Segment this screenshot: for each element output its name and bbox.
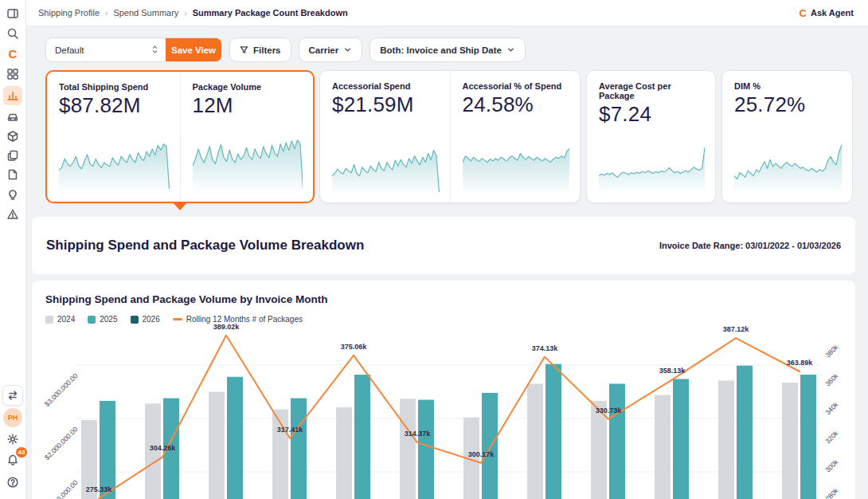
sparkline-total-shipping-spend <box>59 132 170 194</box>
line-label-m11: 387.12k <box>723 325 750 333</box>
lightbulb-icon[interactable] <box>6 188 20 202</box>
y-left-tick: $3,000,000.00 <box>43 371 80 408</box>
line-label-m9: 330.73k <box>596 407 623 415</box>
kpi-card-avg-cost[interactable]: Average Cost per Package $7.24 <box>586 70 716 203</box>
bar-2024-m8[interactable] <box>527 383 543 499</box>
breadcrumb-separator: › <box>184 9 186 18</box>
kpi-label: Average Cost per Package <box>599 81 705 100</box>
dashboard-grid-icon[interactable] <box>6 67 20 81</box>
top-header: Shipping Profile › Spend Summary › Summa… <box>26 0 868 26</box>
swap-panels-icon[interactable] <box>2 385 23 406</box>
line-label-m8: 374.13k <box>532 344 559 352</box>
section-title: Shipping Spend and Package Volume Breakd… <box>46 238 364 253</box>
ask-agent-label: Ask Agent <box>811 8 854 18</box>
save-view-button[interactable]: Save View <box>166 38 221 61</box>
kpi-card-accessorial[interactable]: Accessorial Spend $21.59M Accessorial % … <box>319 70 581 203</box>
bar-2024-m5[interactable] <box>336 407 352 499</box>
sidebar: C PH 43 <box>0 0 26 499</box>
funnel-icon <box>240 45 248 54</box>
chevron-down-icon <box>506 45 515 54</box>
line-label-m10: 358.13k <box>659 367 686 375</box>
bar-2025-m4[interactable] <box>291 399 307 499</box>
kpi-accessorial-pct: Accessorial % of Spend 24.58% <box>450 71 581 202</box>
bar-2024-m12[interactable] <box>782 383 798 499</box>
bar-2025-m9[interactable] <box>609 383 625 499</box>
filter-toolbar: Default Save View Filters Carrier Both: … <box>45 37 526 62</box>
bar-2025-m12[interactable] <box>800 375 816 499</box>
sparkline-avg-cost <box>599 132 705 194</box>
kpi-value: $87.82M <box>59 93 170 118</box>
warning-triangle-icon[interactable] <box>6 207 20 222</box>
vehicle-icon[interactable] <box>6 110 20 124</box>
bar-2025-m11[interactable] <box>737 366 753 499</box>
sparkline-package-volume <box>193 132 303 194</box>
date-mode-label: Both: Invoice and Ship Date <box>380 45 502 55</box>
breadcrumb-separator: › <box>105 9 108 18</box>
kpi-label: Accessorial Spend <box>332 81 440 91</box>
y-right-tick: 360k <box>823 371 840 388</box>
kpi-value: $7.24 <box>599 102 705 127</box>
select-stepper-icon <box>151 45 158 56</box>
breadcrumb-item[interactable]: Spend Summary <box>113 8 178 18</box>
kpi-card-dim-pct[interactable]: DIM % 25.72% <box>721 70 853 203</box>
kpi-label: Total Shipping Spend <box>59 82 170 92</box>
carrier-dropdown[interactable]: Carrier <box>299 37 363 62</box>
main-chart-plot: $3,000,000.00$2,000,000.00$1,000,000.003… <box>32 281 855 499</box>
breadcrumb-current: Summary Package Count Breakdown <box>193 8 348 18</box>
package-icon[interactable] <box>6 129 20 143</box>
bar-2024-m11[interactable] <box>718 380 734 499</box>
notifications-bell-icon[interactable]: 43 <box>6 453 20 467</box>
saved-view-value: Default <box>55 45 84 55</box>
line-label-m7: 300.17k <box>468 450 495 458</box>
date-mode-dropdown[interactable]: Both: Invoice and Ship Date <box>369 37 526 62</box>
sparkline-dim-pct <box>734 132 842 194</box>
settings-gear-icon[interactable] <box>6 432 20 446</box>
chart-card: Shipping Spend and Package Volume by Inv… <box>32 281 855 499</box>
kpi-label: Accessorial % of Spend <box>463 81 570 91</box>
sidebar-collapse-icon[interactable] <box>6 6 20 21</box>
bar-2025-m8[interactable] <box>545 364 561 499</box>
analytics-bar-chart-icon[interactable] <box>3 86 22 105</box>
bar-2025-m6[interactable] <box>418 400 434 499</box>
breadcrumb-item[interactable]: Shipping Profile <box>38 8 100 18</box>
app-root: C PH 43 <box>0 0 868 499</box>
bar-2025-m1[interactable] <box>100 401 115 499</box>
saved-view-select[interactable]: Default <box>46 38 166 61</box>
filters-button[interactable]: Filters <box>229 37 291 62</box>
line-label-m1: 275.33k <box>86 485 113 493</box>
kpi-package-volume: Package Volume 12M <box>180 72 314 202</box>
y-right-tick: 340k <box>823 400 840 417</box>
bar-2025-m7[interactable] <box>482 393 498 499</box>
kpi-accessorial-spend: Accessorial Spend $21.59M <box>320 71 450 202</box>
rolling-packages-line[interactable] <box>99 336 800 499</box>
kpi-value: $21.59M <box>332 92 440 117</box>
bar-2025-m5[interactable] <box>354 375 370 499</box>
search-icon[interactable] <box>6 26 20 41</box>
y-left-tick: $2,000,000.00 <box>43 425 80 462</box>
kpi-total-shipping-spend: Total Shipping Spend $87.82M <box>47 72 180 202</box>
line-label-m6: 314.37k <box>405 430 432 438</box>
bar-2025-m10[interactable] <box>673 379 689 499</box>
bar-2024-m10[interactable] <box>655 395 671 499</box>
invoice-date-range: Invoice Date Range: 03/01/2022 - 01/03/2… <box>659 241 841 250</box>
ask-agent-button[interactable]: C Ask Agent <box>800 7 854 19</box>
document-icon[interactable] <box>6 167 20 182</box>
kpi-card-spend-volume[interactable]: Total Shipping Spend $87.82M Package Vol… <box>45 70 315 203</box>
selected-card-pointer <box>173 202 187 210</box>
kpi-value: 24.58% <box>463 92 570 117</box>
kpi-label: Package Volume <box>193 82 303 92</box>
sparkline-accessorial-pct <box>463 132 570 194</box>
user-avatar[interactable]: PH <box>3 408 22 427</box>
bar-2024-m3[interactable] <box>209 392 225 499</box>
brand-logo-c[interactable]: C <box>6 46 20 61</box>
help-icon[interactable] <box>6 475 20 489</box>
copy-documents-icon[interactable] <box>6 148 20 163</box>
chevron-down-icon <box>343 45 352 54</box>
bar-2025-m3[interactable] <box>227 377 243 499</box>
bar-2024-m6[interactable] <box>400 399 416 499</box>
kpi-avg-cost-per-package: Average Cost per Package $7.24 <box>587 71 715 202</box>
agent-logo-icon: C <box>800 7 807 19</box>
line-label-m2: 304.26k <box>150 444 177 452</box>
kpi-label: DIM % <box>734 81 842 91</box>
notification-badge: 43 <box>16 447 27 458</box>
